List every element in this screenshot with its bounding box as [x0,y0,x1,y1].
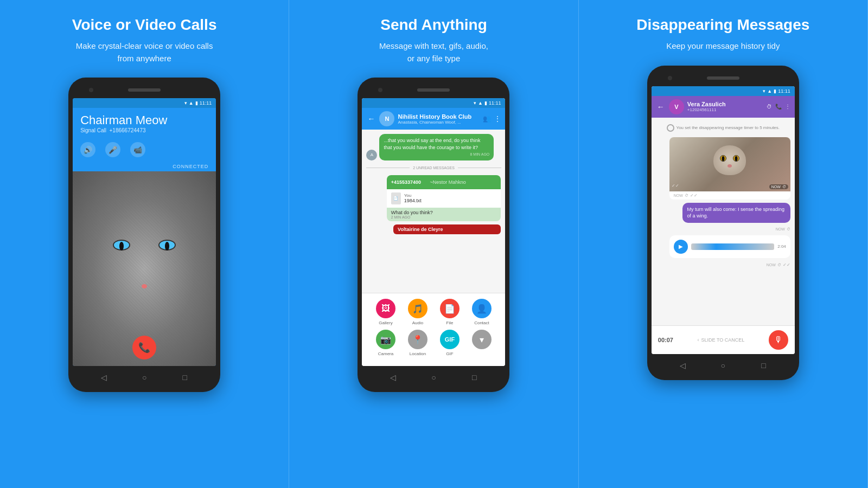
phone-3-bottom-bar: ◁ ○ □ [652,358,795,373]
dm-contact-number: +12024561111 [687,107,763,112]
panel-3-subtitle: Keep your message history tidy [666,40,780,53]
phone-call-icon[interactable]: 📞 [775,104,782,110]
attach-more[interactable]: ▾ [472,330,492,356]
phone-3-top [652,73,795,83]
status-icons-3: ▾ ▲ ▮ 11:11 [763,88,790,94]
signal-icon-3: ▲ [767,88,772,94]
camera-icon: 📷 [376,330,395,349]
group-avatar: N [379,111,394,126]
sent-timer-icon: ⏱ [787,227,790,231]
battery-icon-3: ▮ [774,88,776,94]
status-bar-1: ▾ ▲ ▮ 11:11 [73,98,216,108]
audio-icon: 🎵 [408,299,427,318]
time-display-2: 11:11 [489,100,501,106]
signal-icon-2: ▲ [478,100,483,106]
panel-2-subtitle: Message with text, gifs, audio,or any fi… [379,40,488,65]
call-contact-name: Chairman Meow [80,113,208,127]
attach-gallery[interactable]: 🖼 Gallery [376,299,395,325]
wifi-icon-2: ▾ [474,100,476,106]
photo-timer-icon: ⏱ [782,185,786,189]
contact-label: Contact [474,320,489,325]
phone-2-top [362,85,505,95]
recents-nav-btn[interactable]: □ [180,373,190,382]
chat-header: ← N Nihilist History Book Club Anastasia… [362,108,505,130]
mute-button[interactable]: 🎤 [105,142,120,157]
dm-screen: ▾ ▲ ▮ 11:11 ← V Vera Zasulich +120245611… [652,86,795,354]
time-display-1: 11:11 [200,100,212,106]
cat-pupil-left [119,242,124,251]
home-nav-btn[interactable]: ○ [139,373,149,382]
file-name-label: 1984.txt [404,198,422,203]
timer-header-icon[interactable]: ⏱ [767,104,772,110]
sender-avatar-1: A [366,150,377,160]
home-nav-btn-2[interactable]: ○ [429,373,438,382]
voice-waveform [691,243,775,250]
attach-contact[interactable]: 👤 Contact [472,299,492,325]
attach-camera[interactable]: 📷 Camera [376,330,395,356]
cat2-eye-left [720,155,726,162]
gif-label: GIF [446,351,453,356]
camera-label: Camera [378,351,393,356]
contact-avatar-dm: V [669,99,684,114]
phone-1-speaker [128,88,161,92]
contact-card-red: Voltairine de Cleyre [393,224,501,234]
voice-duration: 2:04 [777,244,786,249]
panel-1-title: Voice or Video Calls [72,16,217,34]
photo-timer: NOW ⏱ [769,184,788,189]
dm-messages: You set the disappearing message timer t… [652,118,795,325]
more-options-icon[interactable]: ⋮ [494,115,501,123]
cat2-pupil-left [722,156,725,161]
recents-nav-btn-3[interactable]: □ [758,361,768,370]
back-nav-btn-2[interactable]: ◁ [388,373,398,382]
back-nav-btn-3[interactable]: ◁ [678,361,687,370]
phone-2-bottom-bar: ◁ ○ □ [362,370,505,384]
cat-photo-message: NOW ⏱ ✓✓ NOW ⏱ ✓✓ [669,137,790,200]
msg-time-1: 8 MIN AGO [384,152,489,157]
video-button[interactable]: 📹 [130,142,145,157]
gif-icon: GIF [440,330,459,349]
contact-attach-icon: 👤 [472,299,492,318]
phone-2: ▾ ▲ ▮ 11:11 ← N Nihilist History Book Cl… [358,78,509,392]
cat-pupil-right [165,242,169,251]
recents-nav-btn-2[interactable]: □ [469,373,479,382]
attach-location[interactable]: 📍 Location [408,330,427,356]
panel-2-title: Send Anything [380,16,487,34]
contact-msg-body: 📄 You 1984.txt [387,189,501,208]
phone-3-speaker [707,76,739,80]
battery-icon: ▮ [195,100,198,106]
phone-3-screen: ▾ ▲ ▮ 11:11 ← V Vera Zasulich +120245611… [652,86,795,354]
wifi-icon-3: ▾ [763,88,765,94]
chat-header-info: Nihilist History Book Club Anastasia, Ch… [398,113,480,125]
attach-row-2: 📷 Camera 📍 Location GIF GIF ▾ [369,330,497,356]
attach-gif[interactable]: GIF GIF [440,330,459,356]
speaker-button[interactable]: 🔊 [80,142,95,157]
back-nav-btn[interactable]: ◁ [99,373,108,382]
cat-image-1: 📞 [73,171,216,366]
sender-number: +4155337400 [391,179,421,185]
gallery-icon: 🖼 [376,299,395,318]
voice-message: ▶ 2:04 [669,235,790,258]
home-nav-btn-3[interactable]: ○ [718,361,728,370]
photo-time-label: NOW ⏱ ✓✓ [669,191,790,200]
dm-back-button[interactable]: ← [656,101,666,112]
chat-back-button[interactable]: ← [366,113,376,124]
end-call-button[interactable]: 📞 [132,336,156,359]
location-label: Location [410,351,426,356]
cat2-pupil-right [735,156,738,161]
more-options-icon-dm[interactable]: ⋮ [785,104,790,110]
call-controls: 🔊 🎤 📹 [73,138,216,162]
dm-header-info: Vera Zasulich +12024561111 [687,101,763,112]
chat-screen: ▾ ▲ ▮ 11:11 ← N Nihilist History Book Cl… [362,98,505,366]
phone-1-top [73,85,216,95]
photo-seen-icon: ✓✓ [672,179,679,189]
status-bar-3: ▾ ▲ ▮ 11:11 [652,86,795,96]
mic-record-button[interactable]: 🎙 [769,330,788,350]
group-people-icon[interactable]: 👥 [483,115,491,123]
attach-file[interactable]: 📄 File [440,299,459,325]
attach-audio[interactable]: 🎵 Audio [408,299,427,325]
phone-2-speaker [417,88,450,92]
play-voice-button[interactable]: ▶ [674,240,688,254]
group-name: Nihilist History Book Club [398,113,480,120]
phone-2-screen: ▾ ▲ ▮ 11:11 ← N Nihilist History Book Cl… [362,98,505,366]
attach-row-1: 🖼 Gallery 🎵 Audio 📄 File 👤 [369,299,497,325]
